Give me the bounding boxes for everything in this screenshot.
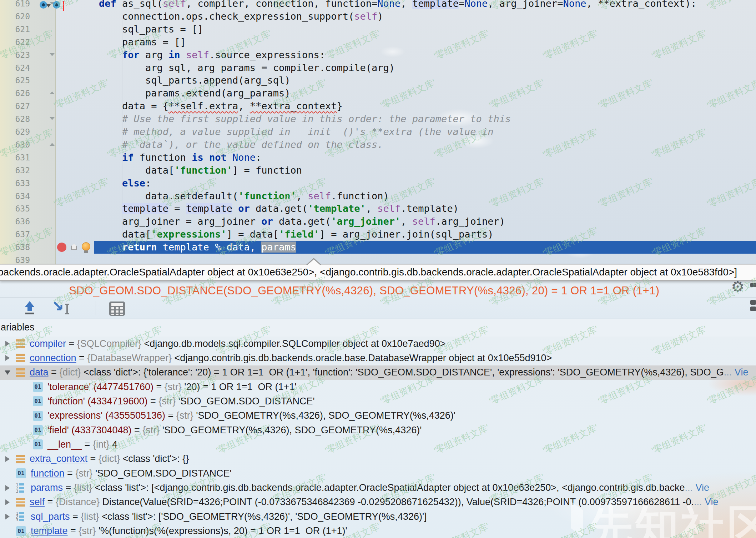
fold-up-icon[interactable] xyxy=(50,91,55,94)
variable-name[interactable]: template xyxy=(31,525,68,537)
evaluated-sql-text[interactable]: SDO_GEOM.SDO_DISTANCE(SDO_GEOMETRY(%s,43… xyxy=(69,284,659,297)
line-number[interactable]: 632 xyxy=(0,164,30,177)
line-number[interactable]: 625 xyxy=(0,74,30,87)
variable-row-sql_parts[interactable]: 1 2 3sql_parts = {list} <class 'list'>: … xyxy=(0,509,756,524)
variable-row-function[interactable]: 01function = {str} 'SDO_GEOM.SDO_DISTANC… xyxy=(0,466,756,480)
variable-name[interactable]: data xyxy=(30,367,49,378)
code-text[interactable]: return template % data, params xyxy=(76,241,296,254)
settings-gear-icon[interactable]: ⚙ xyxy=(731,279,745,294)
collapse-arrow-icon[interactable] xyxy=(4,355,11,361)
line-number[interactable]: 628 xyxy=(0,113,30,125)
variable-name[interactable]: extra_context xyxy=(30,453,87,464)
line-number[interactable]: 623 xyxy=(0,49,30,61)
variable-row-params[interactable]: 1 2 3params = {list} <class 'list'>: [<d… xyxy=(0,481,756,495)
code-line-628[interactable]: 628 # Use the first supplied value in th… xyxy=(0,113,756,125)
collapse-arrow-icon[interactable] xyxy=(4,456,11,462)
cut-panel-icon[interactable] xyxy=(750,307,756,311)
line-number[interactable]: 621 xyxy=(0,23,30,36)
variable-row-template[interactable]: 01template = {str} '%(function)s(%(expre… xyxy=(0,524,756,538)
variable-name[interactable]: function xyxy=(31,468,65,479)
code-text[interactable]: connection.ops.check_expression_support(… xyxy=(76,10,383,23)
line-number[interactable]: 638 xyxy=(0,241,30,254)
line-number[interactable]: 620 xyxy=(0,10,30,23)
code-text[interactable]: if function is not None: xyxy=(76,151,261,164)
variable-name[interactable]: 'function' (4334719600) xyxy=(47,396,148,407)
collapse-arrow-icon[interactable] xyxy=(4,514,11,519)
code-line-638[interactable]: 638 return template % data, params xyxy=(0,241,756,254)
code-text[interactable]: data['function'] = function xyxy=(76,164,302,177)
variable-name[interactable]: compiler xyxy=(30,338,66,349)
variable-name[interactable]: 'field' (4337304048) xyxy=(47,425,132,436)
code-text[interactable]: for arg in self.source_expressions: xyxy=(76,49,325,61)
variable-name[interactable]: 'expressions' (4355505136) xyxy=(47,410,165,421)
navigated-marker-icon[interactable] xyxy=(40,1,47,9)
view-link[interactable]: Vie xyxy=(693,482,709,493)
line-number[interactable]: 622 xyxy=(0,36,30,49)
fold-down-icon[interactable] xyxy=(50,53,55,56)
code-text[interactable]: arg_joiner = arg_joiner or data.get('arg… xyxy=(76,215,505,228)
line-number[interactable]: 629 xyxy=(0,125,30,138)
code-text[interactable]: else: xyxy=(76,177,151,190)
code-text[interactable]: def as_sql(self, compiler, connection, f… xyxy=(76,0,696,10)
line-number[interactable]: 624 xyxy=(0,61,30,74)
line-number[interactable]: 637 xyxy=(0,228,30,241)
variable-row-connection[interactable]: connection = {DatabaseWrapper} <django.c… xyxy=(0,351,756,365)
code-line-633[interactable]: 633 else: xyxy=(0,177,756,190)
code-line-634[interactable]: 634 data.setdefault('function', self.fun… xyxy=(0,190,756,203)
variable-name[interactable]: sql_parts xyxy=(31,511,70,522)
code-text[interactable]: sql_parts = [] xyxy=(76,23,203,36)
variable-row-compiler[interactable]: compiler = {SQLCompiler} <django.db.mode… xyxy=(0,337,756,351)
code-line-621[interactable]: 621 sql_parts = [] xyxy=(0,23,756,36)
variable-row-__len__[interactable]: 01__len__ = {int} 4 xyxy=(0,437,756,452)
code-line-626[interactable]: 626 params.extend(arg_params) xyxy=(0,87,756,100)
expand-arrow-icon[interactable] xyxy=(4,370,11,375)
line-number[interactable]: 627 xyxy=(0,100,30,113)
variable-name[interactable]: connection xyxy=(30,353,76,364)
view-link[interactable]: Vie xyxy=(702,497,719,508)
line-number[interactable]: 619 xyxy=(0,0,30,10)
collapse-arrow-icon[interactable] xyxy=(4,485,11,491)
code-text[interactable]: # Use the first supplied value in this o… xyxy=(76,113,511,125)
code-text[interactable]: arg_sql, arg_params = compiler.compile(a… xyxy=(76,61,395,74)
code-line-637[interactable]: 637 data['expressions'] = data['field'] … xyxy=(0,228,756,241)
code-text[interactable]: # method, a value supplied in __init__()… xyxy=(76,125,493,138)
line-number[interactable]: 630 xyxy=(0,138,30,151)
line-number[interactable]: 626 xyxy=(0,87,30,100)
code-line-627[interactable]: 627 data = {**self.extra, **extra_contex… xyxy=(0,100,756,113)
code-text[interactable]: params = [] xyxy=(76,36,186,49)
collapse-arrow-icon[interactable] xyxy=(4,499,11,505)
cut-panel-icon[interactable] xyxy=(750,283,756,287)
code-line-623[interactable]: 623 for arg in self.source_expressions: xyxy=(0,49,756,61)
evaluate-expression-icon[interactable] xyxy=(109,301,126,317)
variables-tree[interactable]: compiler = {SQLCompiler} <django.db.mode… xyxy=(0,337,756,538)
variable-name[interactable]: __len__ xyxy=(47,439,82,450)
line-number[interactable]: 631 xyxy=(0,151,30,164)
tab-variables[interactable]: ariables xyxy=(1,319,35,336)
code-text[interactable]: sql_parts.append(arg_sql) xyxy=(76,74,290,87)
code-line-631[interactable]: 631 if function is not None: xyxy=(0,151,756,164)
code-line-629[interactable]: 629 # method, a value supplied in __init… xyxy=(0,125,756,138)
variable-name[interactable]: params xyxy=(31,482,63,493)
code-line-630[interactable]: 630 # `data`), or the value defined on t… xyxy=(0,138,756,151)
variable-row-field[interactable]: 01'field' (4337304048) = {str} 'SDO_GEOM… xyxy=(0,423,756,437)
code-text[interactable]: template = template or data.get('templat… xyxy=(76,202,459,215)
breakpoint-icon[interactable] xyxy=(57,243,66,252)
code-line-619[interactable]: 619 def as_sql(self, compiler, connectio… xyxy=(0,0,756,10)
code-editor[interactable]: 619 def as_sql(self, compiler, connectio… xyxy=(0,0,756,264)
fold-down-icon[interactable] xyxy=(50,117,55,120)
code-text[interactable]: data = {**self.extra, **extra_context} xyxy=(76,100,343,113)
code-line-622[interactable]: 622 params = [] xyxy=(0,36,756,49)
variable-name[interactable]: self xyxy=(30,497,45,508)
variable-row-data[interactable]: data = {dict} <class 'dict'>: {'toleranc… xyxy=(0,365,756,380)
cut-panel-icon[interactable] xyxy=(750,300,756,305)
line-number[interactable]: 633 xyxy=(0,177,30,190)
code-line-632[interactable]: 632 data['function'] = function xyxy=(0,164,756,177)
run-to-cursor-icon[interactable] xyxy=(53,301,76,317)
code-line-624[interactable]: 624 arg_sql, arg_params = compiler.compi… xyxy=(0,61,756,74)
step-out-icon[interactable] xyxy=(21,301,39,316)
code-line-620[interactable]: 620 connection.ops.check_expression_supp… xyxy=(0,10,756,23)
view-link[interactable]: Vie xyxy=(732,367,748,378)
intention-bulb-icon[interactable] xyxy=(82,242,90,251)
line-number[interactable]: 635 xyxy=(0,202,30,215)
variable-name[interactable]: 'tolerance' (4477451760) xyxy=(47,382,153,393)
